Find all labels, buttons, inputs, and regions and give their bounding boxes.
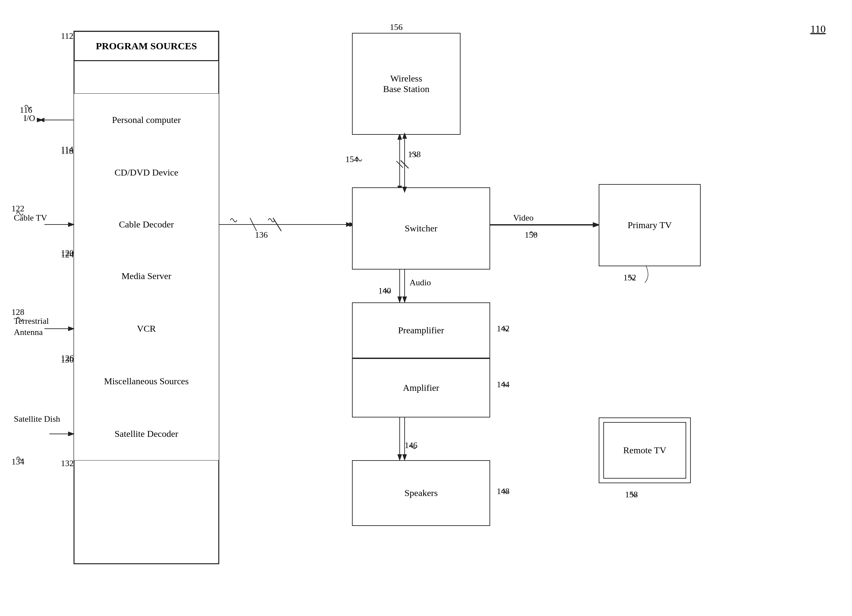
cable-decoder-cell: Cable Decoder	[74, 199, 219, 250]
ref-138: 138	[408, 149, 421, 160]
ref-130: 130	[61, 355, 74, 365]
ref-122: 122	[12, 204, 24, 214]
remote-tv-outer-box: Remote TV	[599, 417, 691, 483]
audio-label: Audio	[409, 278, 431, 288]
io-label: I/O	[24, 113, 35, 123]
remote-tv-inner-box: Remote TV	[603, 422, 686, 479]
ref-140: 140	[378, 286, 391, 296]
satellite-decoder-cell: Satellite Decoder	[74, 408, 219, 460]
vcr-cell: VCR	[74, 303, 219, 355]
speakers-box: Speakers	[352, 460, 490, 526]
amplifier-box: Amplifier	[352, 358, 490, 417]
ref-146: 146	[405, 440, 417, 450]
svg-marker-28	[39, 117, 44, 122]
personal-computer-cell: Personal computer	[74, 94, 219, 146]
primary-tv-box: Primary TV	[599, 184, 701, 266]
svg-line-23	[396, 161, 403, 168]
terrestrial-antenna-label: TerrestrialAntenna	[14, 316, 49, 338]
ref-118: 118	[61, 146, 73, 156]
ref-158: 158	[625, 490, 638, 500]
ref-156: 156	[390, 23, 403, 32]
ref-148: 148	[497, 486, 509, 496]
diagram-ref: 110	[810, 23, 826, 35]
ref-150: 150	[525, 230, 538, 240]
video-label: Video	[513, 213, 533, 223]
ref-134: 134	[12, 457, 24, 467]
switcher-box: Switcher	[352, 187, 490, 270]
ref-124: 124	[61, 250, 74, 260]
ref-152: 152	[623, 273, 636, 283]
media-server-cell: Media Server	[74, 250, 219, 303]
ref-144: 144	[497, 380, 509, 390]
misc-sources-cell: Miscellaneous Sources	[74, 355, 219, 408]
ref-142: 142	[497, 324, 509, 334]
ref-154: 154	[345, 155, 358, 164]
cd-dvd-device-cell: CD/DVD Device	[74, 146, 219, 199]
ref-112: 112	[61, 31, 73, 41]
svg-line-35	[273, 218, 281, 231]
ref-136: 136	[255, 230, 268, 240]
cable-tv-label: Cable TV	[14, 213, 47, 223]
program-sources-header: PROGRAM SOURCES	[74, 31, 219, 61]
wireless-base-station-box: Wireless Base Station	[352, 33, 461, 135]
ref-132: 132	[61, 459, 74, 468]
satellite-dish-label: Satellite Dish	[14, 414, 60, 424]
svg-line-19	[250, 218, 257, 231]
svg-line-32	[401, 160, 409, 168]
preamplifier-box: Preamplifier	[352, 303, 490, 358]
